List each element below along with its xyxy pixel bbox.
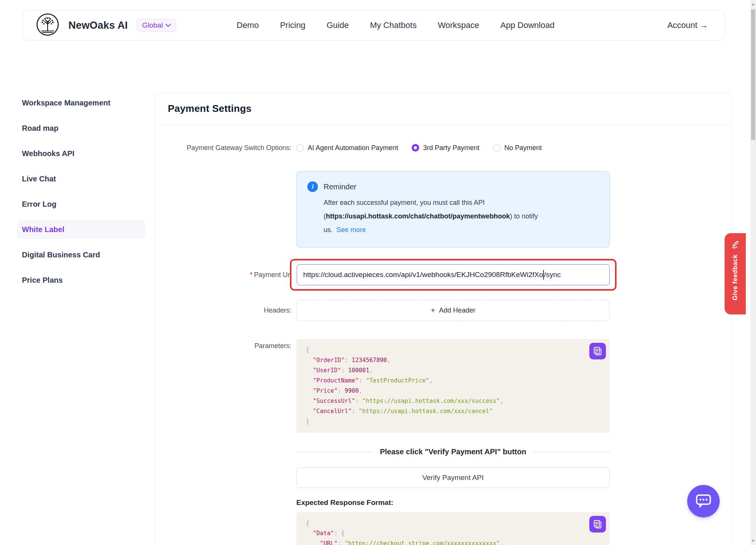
reminder-body: After each successful payment, you must … [324,196,599,237]
radio-option-ai-agent-automation-payment[interactable]: AI Agent Automation Payment [296,144,398,152]
radio-selected-icon[interactable] [412,144,419,152]
verify-payment-api-button[interactable]: Verify Payment API [296,468,610,488]
reminder-title: Reminder [324,183,356,191]
card-body: Payment Gateway Switch Options: AI Agent… [155,125,731,545]
radio-label: No Payment [504,144,542,152]
expected-response-row: { "Data": { "URL": "https://checkout.str… [168,512,719,545]
expected-response-label: Expected Response Format: [296,499,610,507]
radio-unselected-icon[interactable] [493,144,500,152]
vertical-scrollbar[interactable]: ▲ ▼ [750,0,756,545]
parameters-code-block: { "OrderID": 1234567890, "UserID": 10000… [296,339,610,433]
top-navbar: NewOaks AI Global DemoPricingGuideMy Cha… [23,10,725,40]
copy-icon[interactable] [589,343,606,359]
radio-unselected-icon[interactable] [296,144,304,152]
pencil-icon [730,239,740,249]
sidebar-item-price-plans[interactable]: Price Plans [17,271,146,290]
scrollbar-up-arrow[interactable]: ▲ [750,2,756,6]
add-header-label: Add Header [439,307,476,314]
sidebar-item-workspace-management[interactable]: Workspace Management [17,93,146,112]
sidebar-item-digital-business-card[interactable]: Digital Business Card [17,245,146,264]
verify-instruction: Please click "Verify Payment API" button [372,447,534,456]
nav-link-workspace[interactable]: Workspace [438,20,479,30]
payment-url-label: *Payment Url [168,271,291,279]
payment-url-row: *Payment Url https://cloud.activepieces.… [168,259,719,291]
radio-label: 3rd Party Payment [423,144,479,152]
verify-instruction-row: Please click "Verify Payment API" button [168,446,719,457]
brand-name: NewOaks AI [68,20,128,31]
gateway-switch-label: Payment Gateway Switch Options: [168,144,291,152]
region-selector-label: Global [142,21,163,29]
copy-icon[interactable] [589,516,606,533]
parameters-label: Parameters: [168,339,291,433]
gateway-radio-group: AI Agent Automation Payment3rd Party Pay… [296,144,610,152]
reminder-alert: i Reminder After each successful payment… [296,171,610,248]
radio-option-no-payment[interactable]: No Payment [493,144,542,152]
sidebar-item-road-map[interactable]: Road map [17,119,146,138]
page-title: Payment Settings [168,103,719,115]
nav-link-pricing[interactable]: Pricing [280,20,305,30]
headers-row: Headers: + Add Header [168,300,719,321]
see-more-link[interactable]: See more [336,226,366,234]
verify-button-row: Verify Payment API [168,468,719,488]
sidebar-item-webhooks-api[interactable]: Webhooks API [17,144,146,163]
plus-icon: + [431,306,435,315]
payment-url-input[interactable]: https://cloud.activepieces.com/api/v1/we… [297,264,610,285]
chevron-down-icon [166,24,171,27]
newoaks-logo-icon [36,13,59,38]
brand: NewOaks AI Global [36,13,176,38]
region-selector[interactable]: Global [137,19,176,32]
nav-link-guide[interactable]: Guide [327,20,349,30]
sidebar-item-error-log[interactable]: Error Log [17,195,146,214]
annotation-highlight-box: https://cloud.activepieces.com/api/v1/we… [290,259,617,291]
nav-link-app-download[interactable]: App Download [500,20,555,30]
gateway-switch-row: Payment Gateway Switch Options: AI Agent… [168,141,719,154]
account-link[interactable]: Account → [667,20,708,30]
chat-widget-button[interactable] [687,485,720,517]
chat-bubble-icon [694,493,713,509]
sidebar-item-white-label[interactable]: White Label [17,220,146,239]
info-icon: i [307,181,318,192]
expected-response-code-block: { "Data": { "URL": "https://checkout.str… [296,512,610,545]
page: NewOaks AI Global DemoPricingGuideMy Cha… [0,0,756,545]
webhook-api-url: https://usapi.hottask.com/chat/chatbot/p… [326,212,510,220]
nav-link-demo[interactable]: Demo [237,20,259,30]
card-header: Payment Settings [155,93,731,125]
scrollbar-down-arrow[interactable]: ▼ [750,539,756,543]
expected-response-label-row: Expected Response Format: [168,499,719,507]
give-feedback-tab[interactable]: Give feedback [725,233,746,314]
reminder-row: i Reminder After each successful payment… [168,171,719,248]
nav-link-my-chatbots[interactable]: My Chatbots [370,20,417,30]
parameters-row: Parameters: { "OrderID": 1234567890, "Us… [168,339,719,433]
sidebar: Workspace ManagementRoad mapWebhooks API… [17,93,146,296]
radio-option-3rd-party-payment[interactable]: 3rd Party Payment [412,144,479,152]
add-header-button[interactable]: + Add Header [296,300,610,321]
radio-label: AI Agent Automation Payment [308,144,398,152]
sidebar-item-live-chat[interactable]: Live Chat [17,169,146,188]
required-mark: * [250,271,253,279]
scrollbar-thumb[interactable] [751,9,755,140]
payment-settings-card: Payment Settings Payment Gateway Switch … [155,93,732,545]
give-feedback-label: Give feedback [731,254,739,300]
nav-links: DemoPricingGuideMy ChatbotsWorkspaceApp … [237,20,555,30]
headers-label: Headers: [168,307,291,314]
